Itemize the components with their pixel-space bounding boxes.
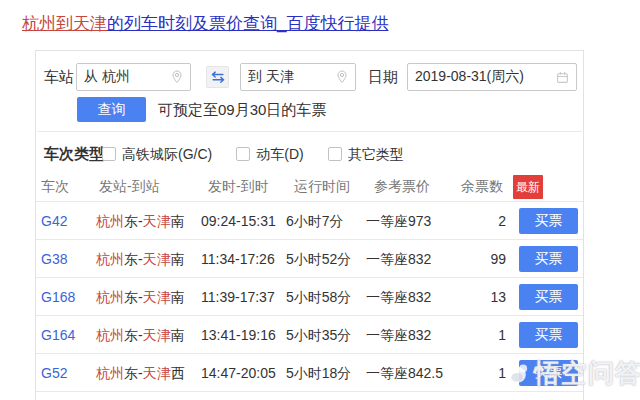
to-station-value: 到 天津 [248, 68, 294, 86]
header-times: 发时-到时 [208, 175, 269, 197]
train-type-option[interactable]: 高铁城际(G/C) [102, 144, 212, 164]
depart-arrive-time: 11:34-17:26 [201, 240, 291, 278]
duration-text: 6小时7分 [286, 202, 366, 240]
table-row: G38 杭州东-天津南 11:34-17:26 5小时52分 一等座832 99… [36, 240, 583, 278]
tickets-left-count: 1 [456, 354, 506, 392]
buy-ticket-button[interactable]: 买票 [519, 246, 578, 272]
search-card: 车站 从 杭州 到 天津 日期 2019-08-31(周六) [35, 50, 584, 400]
header-duration: 运行时间 [294, 175, 350, 197]
duration-text: 5小时18分 [286, 354, 366, 392]
result-title-link[interactable]: 杭州到天津的列车时刻及票价查询_百度快行提供 [22, 12, 388, 35]
tickets-left-count: 2 [456, 202, 506, 240]
table-row: G42 杭州东-天津南 09:24-15:31 6小时7分 一等座973 2 买… [36, 202, 583, 240]
route-text: 杭州东-天津南 [96, 240, 206, 278]
checkbox [236, 147, 250, 161]
header-route: 发站-到站 [99, 175, 160, 197]
swap-arrows-icon [211, 71, 225, 83]
reference-price: 一等座832 [366, 240, 461, 278]
train-number-link[interactable]: G38 [41, 240, 91, 278]
train-number-link[interactable]: G52 [41, 354, 91, 392]
depart-arrive-time: 13:41-19:16 [201, 316, 291, 354]
tickets-left-count: 99 [456, 240, 506, 278]
date-label: 日期 [368, 63, 398, 91]
location-pin-icon [171, 70, 183, 84]
train-search-widget: 杭州到天津的列车时刻及票价查询_百度快行提供 车站 从 杭州 到 天津 日期 2… [0, 0, 640, 400]
train-type-option[interactable]: 其它类型 [328, 144, 404, 164]
from-station-value: 从 杭州 [84, 68, 130, 86]
duration-text: 5小时58分 [286, 278, 366, 316]
route-text: 杭州东-天津西 [96, 354, 206, 392]
header-price: 参考票价 [374, 175, 430, 197]
station-label: 车站 [44, 63, 74, 91]
from-station-input[interactable]: 从 杭州 [76, 63, 191, 91]
train-number-link[interactable]: G164 [41, 316, 91, 354]
title-rest: 的列车时刻及票价查询_百度快行提供 [107, 14, 388, 33]
train-type-options: 高铁城际(G/C) 动车(D) 其它类型 [102, 144, 404, 164]
table-row: G52 杭州东-天津西 14:47-20:05 5小时18分 一等座842.5 … [36, 354, 583, 392]
buy-ticket-button[interactable]: 买票 [519, 208, 578, 234]
to-station-input[interactable]: 到 天津 [240, 63, 356, 91]
depart-arrive-time: 14:47-20:05 [201, 354, 291, 392]
query-button[interactable]: 查询 [77, 97, 146, 122]
checkbox [328, 147, 342, 161]
route-text: 杭州东-天津南 [96, 316, 206, 354]
reference-price: 一等座832 [366, 316, 461, 354]
buy-ticket-button[interactable]: 买票 [519, 360, 578, 386]
calendar-icon [556, 71, 569, 84]
train-type-option[interactable]: 动车(D) [236, 144, 303, 164]
train-type-filter-row: 车次类型 高铁城际(G/C) 动车(D) 其它类型 [36, 144, 583, 166]
route-text: 杭州东-天津南 [96, 278, 206, 316]
location-pin-icon [336, 70, 348, 84]
tickets-left-count: 1 [456, 316, 506, 354]
checkbox [102, 147, 116, 161]
header-train-no: 车次 [41, 175, 69, 197]
option-label: 高铁城际(G/C) [122, 144, 212, 164]
reference-price: 一等座832 [366, 278, 461, 316]
table-row: G164 杭州东-天津南 13:41-19:16 5小时35分 一等座832 1… [36, 316, 583, 354]
depart-arrive-time: 09:24-15:31 [201, 202, 291, 240]
buy-ticket-button[interactable]: 买票 [519, 284, 578, 310]
reference-price: 一等座842.5 [366, 354, 461, 392]
latest-badge: 最新 [513, 175, 543, 199]
option-label: 其它类型 [348, 144, 404, 164]
reference-price: 一等座973 [366, 202, 461, 240]
table-row: G168 杭州东-天津南 11:39-17:37 5小时58分 一等座832 1… [36, 278, 583, 316]
booking-availability-note: 可预定至09月30日的车票 [158, 97, 326, 122]
duration-text: 5小时52分 [286, 240, 366, 278]
header-tickets-left: 余票数 [461, 175, 503, 197]
train-number-link[interactable]: G168 [41, 278, 91, 316]
table-header-row: 车次 发站-到站 发时-到时 运行时间 参考票价 余票数 最新 [36, 175, 583, 201]
date-input[interactable]: 2019-08-31(周六) [407, 63, 577, 91]
date-value: 2019-08-31(周六) [415, 68, 524, 86]
buy-ticket-button[interactable]: 买票 [519, 322, 578, 348]
tickets-left-count: 13 [456, 278, 506, 316]
section-divider [37, 131, 582, 132]
train-type-label: 车次类型 [44, 144, 104, 164]
title-highlight: 杭州到天津 [22, 14, 107, 33]
swap-stations-button[interactable] [206, 66, 229, 88]
train-number-link[interactable]: G42 [41, 202, 91, 240]
table-body: G42 杭州东-天津南 09:24-15:31 6小时7分 一等座973 2 买… [36, 201, 583, 392]
duration-text: 5小时35分 [286, 316, 366, 354]
depart-arrive-time: 11:39-17:37 [201, 278, 291, 316]
option-label: 动车(D) [256, 144, 303, 164]
route-text: 杭州东-天津南 [96, 202, 206, 240]
